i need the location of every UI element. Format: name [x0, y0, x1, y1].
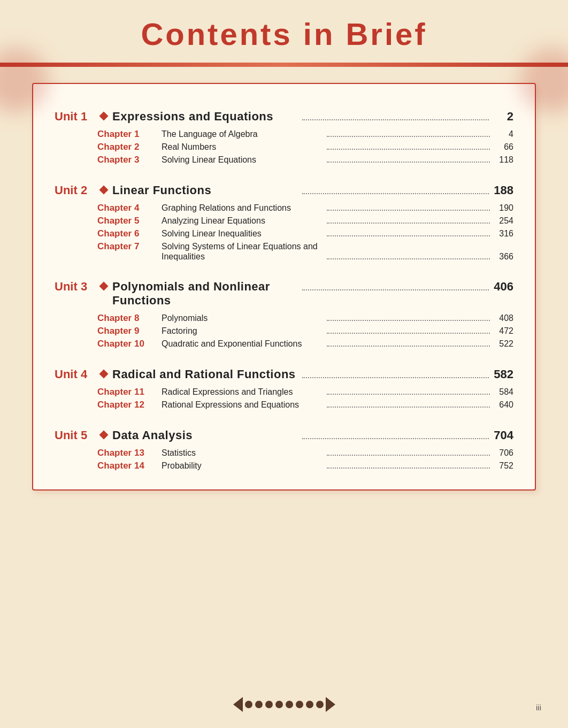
- nav-dot[interactable]: [245, 701, 252, 708]
- chapter-title-unit1-2: Solving Linear Equations: [162, 155, 325, 165]
- chapter-row-unit5-1: Chapter 14Probability752: [55, 461, 513, 471]
- unit-diamond-icon: [99, 282, 109, 291]
- chapter-dots: [327, 468, 490, 469]
- nav-dots: [245, 701, 324, 708]
- unit-row-unit2: Unit 2Linear Functions188: [55, 183, 513, 197]
- chapter-title-unit2-2: Solving Linear Inequalities: [162, 229, 325, 239]
- chapter-dots: [327, 162, 490, 163]
- chapter-row-unit4-0: Chapter 11Radical Expressions and Triang…: [55, 387, 513, 397]
- unit-diamond-icon: [99, 370, 109, 379]
- chapter-title-unit3-1: Factoring: [162, 326, 325, 336]
- chapter-label-unit4-0: Chapter 11: [97, 387, 162, 397]
- chapter-label-unit2-2: Chapter 6: [97, 228, 162, 239]
- nav-dot[interactable]: [296, 701, 303, 708]
- chapter-page-unit1-1: 66: [492, 142, 513, 152]
- toc-box: Unit 1Expressions and Equations2Chapter …: [32, 83, 536, 491]
- chapter-page-unit2-2: 316: [492, 229, 513, 239]
- chapter-page-unit5-1: 752: [492, 461, 513, 471]
- chapter-row-unit4-1: Chapter 12Rational Expressions and Equat…: [55, 400, 513, 410]
- chapter-row-unit3-2: Chapter 10Quadratic and Exponential Func…: [55, 339, 513, 349]
- nav-dot[interactable]: [255, 701, 263, 708]
- chapter-row-unit5-0: Chapter 13Statistics706: [55, 448, 513, 458]
- unit-label-unit5: Unit 5: [55, 428, 97, 442]
- unit-title-unit3: Polynomials and Nonlinear Functions: [112, 280, 299, 308]
- nav-dot[interactable]: [265, 701, 273, 708]
- chapter-label-unit2-1: Chapter 5: [97, 216, 162, 226]
- unit-title-unit2: Linear Functions: [112, 183, 299, 197]
- chapter-page-unit4-1: 640: [492, 400, 513, 410]
- chapter-title-unit1-1: Real Numbers: [162, 142, 325, 152]
- chapter-label-unit3-0: Chapter 8: [97, 313, 162, 324]
- chapter-title-unit2-0: Graphing Relations and Functions: [162, 203, 325, 213]
- unit-title-unit5: Data Analysis: [112, 428, 299, 442]
- chapter-dots: [327, 333, 490, 334]
- chapter-label-unit2-3: Chapter 7: [97, 241, 162, 252]
- chapter-label-unit1-2: Chapter 3: [97, 155, 162, 165]
- nav-dot[interactable]: [306, 701, 313, 708]
- unit-page-unit2: 188: [492, 183, 513, 197]
- chapter-title-unit3-0: Polynomials: [162, 313, 325, 323]
- page-header: Contents in Brief: [0, 0, 568, 63]
- unit-title-unit1: Expressions and Equations: [112, 110, 299, 124]
- chapter-dots: [327, 223, 490, 224]
- chapter-row-unit3-1: Chapter 9Factoring472: [55, 326, 513, 336]
- nav-dot[interactable]: [286, 701, 293, 708]
- chapter-label-unit5-1: Chapter 14: [97, 461, 162, 471]
- chapter-row-unit2-0: Chapter 4Graphing Relations and Function…: [55, 203, 513, 213]
- unit-dots: [302, 119, 489, 120]
- unit-row-unit4: Unit 4Radical and Rational Functions582: [55, 367, 513, 381]
- chapter-page-unit4-0: 584: [492, 387, 513, 397]
- unit-row-unit3: Unit 3Polynomials and Nonlinear Function…: [55, 280, 513, 308]
- chapter-title-unit2-3: Solving Systems of Linear Equations and: [162, 242, 513, 251]
- unit-dots: [302, 438, 489, 439]
- bottom-navigation: [0, 697, 568, 712]
- unit-label-unit1: Unit 1: [55, 110, 97, 124]
- chapter-title-unit4-1: Rational Expressions and Equations: [162, 400, 325, 410]
- chapter-page-unit3-1: 472: [492, 326, 513, 336]
- chapter-row-unit2-3: Chapter 7Solving Systems of Linear Equat…: [55, 241, 513, 262]
- header-bar: [0, 63, 568, 67]
- chapter-label-unit1-1: Chapter 2: [97, 142, 162, 152]
- unit-label-unit2: Unit 2: [55, 183, 97, 197]
- unit-row-unit5: Unit 5Data Analysis704: [55, 428, 513, 442]
- chapter-row-unit1-0: Chapter 1The Language of Algebra4: [55, 129, 513, 140]
- unit-page-unit1: 2: [492, 110, 513, 124]
- page-number: iii: [536, 703, 541, 712]
- chapter-dots: [327, 455, 490, 456]
- chapter-label-unit3-1: Chapter 9: [97, 326, 162, 336]
- chapter-row-unit2-1: Chapter 5Analyzing Linear Equations254: [55, 216, 513, 226]
- chapter-line2-unit2-3: Inequalities366: [97, 252, 513, 262]
- chapter-title-unit2-1: Analyzing Linear Equations: [162, 216, 325, 226]
- unit-label-unit3: Unit 3: [55, 280, 97, 294]
- chapter-page-unit1-2: 118: [492, 155, 513, 165]
- nav-prev-arrow[interactable]: [233, 697, 243, 712]
- nav-next-arrow[interactable]: [326, 697, 335, 712]
- chapter-title-unit4-0: Radical Expressions and Triangles: [162, 387, 325, 397]
- nav-dot[interactable]: [316, 701, 324, 708]
- chapter-label-unit2-0: Chapter 4: [97, 203, 162, 213]
- chapter-page-unit3-0: 408: [492, 313, 513, 323]
- chapter-page-unit3-2: 522: [492, 339, 513, 349]
- chapter-dots: [327, 346, 490, 347]
- chapter-dots: [327, 210, 490, 211]
- nav-dot[interactable]: [275, 701, 283, 708]
- main-content: Unit 1Expressions and Equations2Chapter …: [0, 67, 568, 523]
- chapter-title-unit5-1: Probability: [162, 461, 325, 471]
- unit-diamond-icon: [99, 186, 109, 195]
- chapter-page-unit5-0: 706: [492, 448, 513, 458]
- chapter-dots: [327, 394, 490, 395]
- unit-row-unit1: Unit 1Expressions and Equations2: [55, 110, 513, 124]
- unit-diamond-icon: [99, 112, 109, 121]
- chapter-row-unit3-0: Chapter 8Polynomials408: [55, 313, 513, 324]
- unit-diamond-icon: [99, 431, 109, 440]
- chapter-dots: [327, 320, 490, 321]
- unit-page-unit4: 582: [492, 367, 513, 381]
- chapter-row-unit1-1: Chapter 2Real Numbers66: [55, 142, 513, 152]
- chapter-dots: [327, 149, 490, 150]
- chapter-page-unit2-3: 366: [492, 252, 513, 262]
- chapter-row-unit2-2: Chapter 6Solving Linear Inequalities316: [55, 228, 513, 239]
- unit-dots: [302, 193, 489, 194]
- chapter-title-unit1-0: The Language of Algebra: [162, 129, 325, 139]
- chapter-dots: [327, 258, 490, 259]
- chapter-label-unit4-1: Chapter 12: [97, 400, 162, 410]
